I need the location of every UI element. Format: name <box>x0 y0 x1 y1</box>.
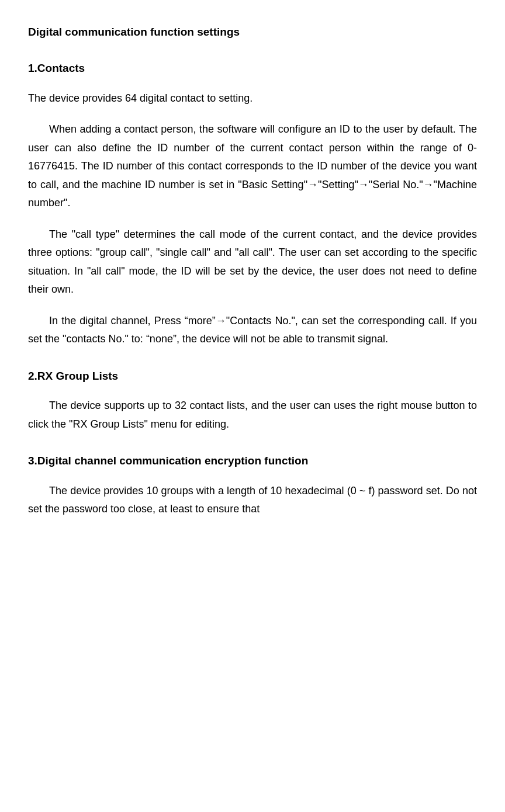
paragraph-p4: In the digital channel, Press “more”→"Co… <box>28 312 477 349</box>
page-title: Digital communication function settings <box>28 23 477 41</box>
paragraph-p2: When adding a contact person, the softwa… <box>28 120 477 213</box>
paragraph-p6: The device provides 10 groups with a len… <box>28 482 477 519</box>
section-heading-rx-group-lists: 2.RX Group Lists <box>28 367 477 385</box>
section-heading-contacts: 1.Contacts <box>28 60 477 77</box>
section-heading-encryption: 3.Digital channel communication encrypti… <box>28 452 477 470</box>
paragraph-p3: The "call type" determines the call mode… <box>28 225 477 299</box>
paragraph-p1: The device provides 64 digital contact t… <box>28 89 477 108</box>
paragraph-p5: The device supports up to 32 contact lis… <box>28 397 477 433</box>
